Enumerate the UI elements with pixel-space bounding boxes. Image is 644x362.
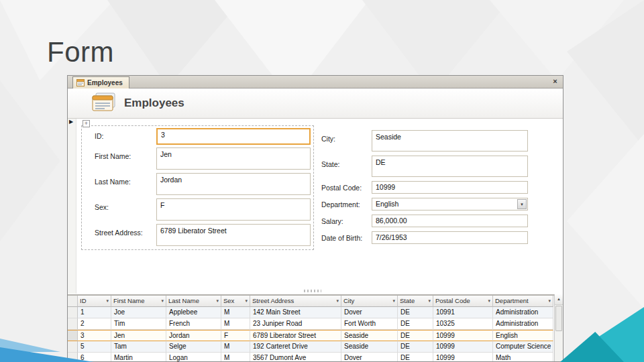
filter-arrow-icon[interactable]: ▾: [216, 296, 219, 306]
form-splitter-grip[interactable]: [304, 290, 321, 292]
table-cell[interactable]: 6789 Liberator Street: [250, 330, 341, 341]
table-cell[interactable]: M: [221, 307, 250, 318]
select-all-corner[interactable]: [68, 296, 78, 307]
filter-arrow-icon[interactable]: ▾: [161, 296, 164, 306]
column-header[interactable]: Department▾: [493, 296, 553, 307]
filter-arrow-icon[interactable]: ▾: [245, 296, 248, 306]
decor-triangle-teal-dark: [560, 332, 624, 362]
table-cell[interactable]: English: [493, 330, 553, 341]
table-cell[interactable]: Math: [493, 353, 553, 362]
table-cell[interactable]: Dover: [341, 353, 398, 362]
layout-move-handle[interactable]: +: [83, 120, 90, 127]
column-header[interactable]: Postal Code▾: [433, 296, 493, 307]
table-cell[interactable]: DE: [398, 353, 433, 362]
filter-arrow-icon[interactable]: ▾: [428, 296, 431, 306]
column-header[interactable]: ID▾: [78, 296, 111, 307]
tab-employees[interactable]: Employees: [72, 76, 129, 88]
id-field[interactable]: 3: [156, 128, 311, 145]
form-header-icon: [91, 92, 117, 115]
table-cell[interactable]: 5: [78, 341, 111, 353]
table-cell[interactable]: M: [221, 341, 250, 353]
column-header[interactable]: City▾: [341, 296, 398, 307]
table-cell[interactable]: 10325: [433, 318, 493, 330]
record-selector[interactable]: [68, 353, 78, 362]
field-label: First Name:: [95, 152, 131, 160]
datasheet-header-row: ID▾ First Name▾ Last Name▾ Sex▾ Street A…: [68, 296, 563, 307]
last-name-field[interactable]: Jordan: [156, 173, 311, 195]
table-cell[interactable]: Joe: [111, 307, 166, 318]
table-cell[interactable]: Applebee: [166, 307, 221, 318]
table-cell[interactable]: Fort Worth: [341, 318, 398, 330]
column-header[interactable]: First Name▾: [111, 296, 166, 307]
record-selector[interactable]: [68, 318, 78, 330]
filter-arrow-icon[interactable]: ▾: [392, 296, 395, 306]
city-field[interactable]: Seaside: [372, 130, 528, 152]
close-icon[interactable]: ×: [550, 77, 560, 86]
department-value: English: [376, 200, 398, 208]
table-cell[interactable]: 23 Juniper Road: [250, 318, 341, 330]
table-cell[interactable]: Administration: [493, 307, 553, 318]
table-cell[interactable]: DE: [398, 330, 433, 341]
form-title: Employees: [124, 97, 184, 110]
table-cell[interactable]: Seaside: [341, 341, 398, 353]
table-cell[interactable]: Tam: [111, 341, 166, 353]
filter-arrow-icon[interactable]: ▾: [548, 296, 551, 306]
table-cell[interactable]: 10999: [433, 330, 493, 341]
table-cell[interactable]: M: [221, 318, 250, 330]
table-cell[interactable]: DE: [398, 341, 433, 353]
department-combo[interactable]: English ▼: [372, 198, 528, 210]
bg-triangle: [567, 0, 644, 147]
decor-triangle-blue-light: [0, 339, 60, 352]
street-address-field[interactable]: 6789 Liberator Street: [156, 224, 311, 246]
table-cell[interactable]: Jen: [111, 330, 166, 341]
postal-code-field[interactable]: 10999: [372, 181, 528, 194]
table-cell[interactable]: 3567 Dumont Ave: [250, 353, 341, 362]
table-cell[interactable]: Jordan: [166, 330, 221, 341]
table-cell[interactable]: Computer Science: [493, 341, 553, 353]
slide: { "slide": { "title": "Form" }, "icons":…: [0, 0, 644, 362]
filter-arrow-icon[interactable]: ▾: [106, 296, 109, 306]
table-cell[interactable]: M: [221, 353, 250, 362]
vertical-scrollbar[interactable]: ▲: [554, 294, 563, 361]
filter-arrow-icon[interactable]: ▾: [488, 296, 490, 306]
first-name-field[interactable]: Jen: [156, 147, 311, 170]
department-dropdown-button[interactable]: ▼: [517, 199, 527, 209]
state-field[interactable]: DE: [372, 156, 528, 177]
table-cell[interactable]: 10999: [433, 353, 493, 362]
table-cell[interactable]: 10999: [433, 341, 493, 353]
table-cell[interactable]: Seaside: [341, 330, 398, 341]
table-cell[interactable]: Dover: [341, 307, 398, 318]
scroll-up-button[interactable]: ▲: [555, 294, 563, 305]
table-cell[interactable]: 6: [78, 353, 111, 362]
table-cell[interactable]: 10991: [433, 307, 493, 318]
sex-field[interactable]: F: [156, 198, 311, 221]
table-cell[interactable]: 2: [78, 318, 111, 330]
column-header[interactable]: Street Address▾: [250, 296, 341, 307]
bg-triangle: [567, 134, 644, 308]
table-cell[interactable]: F: [221, 330, 250, 341]
table-cell[interactable]: Tim: [111, 318, 166, 330]
column-header[interactable]: Sex▾: [221, 296, 250, 307]
table-cell[interactable]: French: [166, 318, 221, 330]
record-selector[interactable]: [68, 341, 78, 353]
decor-triangle-teal-light: [560, 307, 644, 362]
table-cell[interactable]: 3: [78, 330, 111, 341]
table-cell[interactable]: Logan: [166, 353, 221, 362]
table-cell[interactable]: 142 Main Street: [250, 307, 341, 318]
record-selector[interactable]: [68, 307, 78, 318]
table-cell[interactable]: 1: [78, 307, 111, 318]
column-header[interactable]: Last Name▾: [166, 296, 221, 307]
date-of-birth-field[interactable]: 7/26/1953: [372, 231, 528, 244]
table-cell[interactable]: Martin: [111, 353, 166, 362]
column-header[interactable]: State▾: [398, 296, 433, 307]
filter-arrow-icon[interactable]: ▾: [336, 296, 339, 306]
salary-field[interactable]: 86,000.00: [372, 215, 528, 227]
table-cell[interactable]: Selge: [166, 341, 221, 353]
table-cell[interactable]: Administration: [493, 318, 553, 330]
scroll-thumb[interactable]: [555, 306, 562, 331]
table-cell[interactable]: DE: [398, 318, 433, 330]
table-cell[interactable]: 192 Carteret Drive: [250, 341, 341, 353]
table-cell[interactable]: DE: [398, 307, 433, 318]
table-row: 2 Tim French M 23 Juniper Road Fort Wort…: [68, 318, 563, 330]
record-selector[interactable]: [68, 330, 78, 341]
